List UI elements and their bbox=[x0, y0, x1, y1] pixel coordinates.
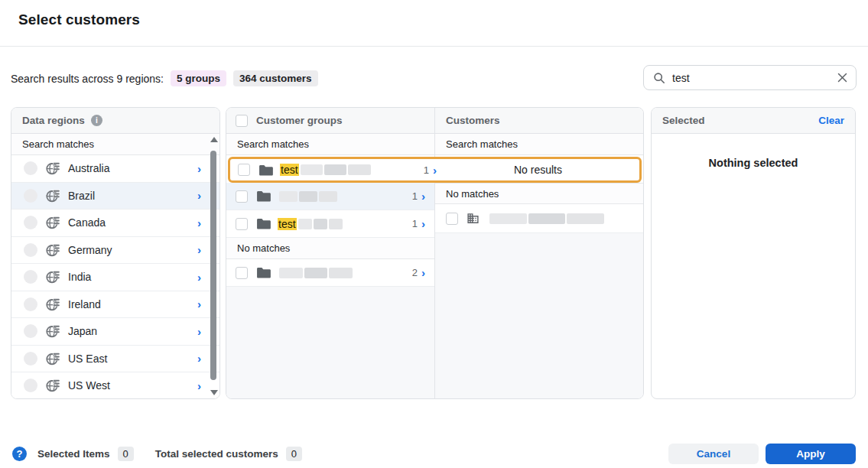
radio-button[interactable] bbox=[24, 243, 37, 257]
group-row[interactable]: test 1 › bbox=[238, 164, 437, 176]
customer-groups-header: Customer groups bbox=[226, 108, 435, 133]
clear-search-icon[interactable] bbox=[837, 72, 848, 83]
region-row[interactable]: Australia› bbox=[11, 155, 219, 183]
page-title: Select customers bbox=[18, 11, 850, 28]
globe-icon bbox=[45, 297, 60, 312]
region-row[interactable]: US East› bbox=[11, 346, 219, 373]
globe-icon bbox=[45, 269, 60, 284]
data-regions-title: Data regions bbox=[22, 115, 85, 126]
region-row[interactable]: Brazil› bbox=[11, 183, 219, 210]
radio-button[interactable] bbox=[24, 216, 37, 229]
groups-customers-panel: Customer groups Customers Search matches… bbox=[226, 107, 644, 399]
apply-button[interactable]: Apply bbox=[766, 444, 856, 464]
customer-row[interactable] bbox=[435, 204, 643, 233]
group-row[interactable]: 2› bbox=[226, 259, 434, 287]
region-name: Australia bbox=[68, 162, 197, 174]
group-checkbox[interactable] bbox=[236, 218, 248, 230]
search-input[interactable] bbox=[672, 72, 837, 84]
focused-result-row[interactable]: test 1 › No results bbox=[228, 157, 642, 183]
radio-button[interactable] bbox=[24, 352, 37, 366]
radio-button[interactable] bbox=[24, 379, 37, 392]
selected-items-count: 0 bbox=[118, 447, 134, 461]
middle-header: Customer groups Customers bbox=[226, 108, 643, 134]
selected-title: Selected bbox=[662, 115, 705, 126]
chevron-right-icon[interactable]: › bbox=[197, 326, 201, 337]
customers-title: Customers bbox=[446, 115, 500, 126]
radio-button[interactable] bbox=[24, 161, 37, 175]
region-row[interactable]: Canada› bbox=[11, 210, 219, 237]
region-list: Australia›Brazil›Canada›Germany›India›Ir… bbox=[11, 155, 219, 399]
group-count: 1 bbox=[412, 218, 418, 229]
redacted-text bbox=[279, 191, 337, 202]
group-checkbox[interactable] bbox=[236, 190, 248, 203]
select-all-groups-checkbox[interactable] bbox=[236, 115, 248, 127]
search-box[interactable] bbox=[643, 65, 857, 90]
selected-header: Selected Clear bbox=[652, 108, 855, 134]
groups-section-label: Search matches bbox=[226, 134, 434, 155]
radio-button[interactable] bbox=[24, 297, 37, 311]
globe-icon bbox=[45, 215, 60, 230]
chevron-right-icon[interactable]: › bbox=[197, 353, 201, 364]
middle-body: Search matches 1›test1› No matches 2› Se… bbox=[226, 134, 643, 399]
group-checkbox[interactable] bbox=[238, 164, 250, 176]
selected-items-label: Selected Items bbox=[37, 448, 110, 460]
nothing-selected-text: Nothing selected bbox=[652, 157, 855, 169]
radio-button[interactable] bbox=[24, 189, 37, 203]
no-results-text: No results bbox=[437, 164, 639, 176]
globe-icon bbox=[45, 242, 60, 258]
chevron-right-icon[interactable]: › bbox=[197, 217, 201, 229]
match-highlight: test bbox=[278, 218, 297, 230]
customers-nomatch-label: No matches bbox=[435, 183, 643, 204]
chevron-right-icon[interactable]: › bbox=[421, 218, 425, 229]
folder-icon bbox=[256, 190, 271, 203]
group-row[interactable]: 1› bbox=[226, 183, 434, 210]
help-icon[interactable]: ? bbox=[12, 447, 27, 461]
total-customers-count: 0 bbox=[286, 447, 302, 461]
chevron-right-icon[interactable]: › bbox=[197, 298, 201, 310]
customer-rows bbox=[435, 204, 643, 233]
scrollbar-thumb[interactable] bbox=[210, 151, 216, 380]
cancel-button[interactable]: Cancel bbox=[668, 444, 759, 464]
region-row[interactable]: US West› bbox=[11, 372, 219, 399]
data-regions-header: Data regions i bbox=[11, 108, 219, 134]
customer-groups-title: Customer groups bbox=[256, 115, 343, 126]
region-row[interactable]: Japan› bbox=[11, 318, 219, 346]
group-row[interactable]: test1› bbox=[226, 210, 434, 238]
region-name: Brazil bbox=[68, 190, 197, 202]
chevron-right-icon[interactable]: › bbox=[197, 271, 201, 283]
redacted-text bbox=[301, 164, 371, 175]
groups-match-rows: 1›test1› bbox=[226, 183, 434, 238]
radio-button[interactable] bbox=[24, 270, 37, 284]
region-row[interactable]: India› bbox=[11, 264, 219, 291]
search-icon bbox=[653, 72, 665, 84]
chevron-right-icon[interactable]: › bbox=[197, 244, 201, 255]
chevron-right-icon[interactable]: › bbox=[197, 380, 201, 392]
chevron-right-icon[interactable]: › bbox=[421, 190, 425, 202]
scroll-up-icon[interactable] bbox=[210, 137, 218, 142]
redacted-text bbox=[279, 268, 353, 278]
toolbar: Search results across 9 regions: 5 group… bbox=[0, 47, 868, 106]
globe-icon bbox=[45, 351, 60, 366]
region-row[interactable]: Germany› bbox=[11, 237, 219, 265]
chevron-right-icon[interactable]: › bbox=[197, 190, 201, 201]
customer-checkbox[interactable] bbox=[446, 213, 458, 225]
clear-button[interactable]: Clear bbox=[818, 115, 844, 126]
summary-text: Search results across 9 regions: bbox=[11, 73, 164, 85]
region-name: Ireland bbox=[68, 298, 197, 310]
info-icon[interactable]: i bbox=[91, 115, 102, 126]
region-name: US West bbox=[68, 379, 197, 392]
redacted-text bbox=[298, 219, 343, 229]
footer: ? Selected Items 0 Total selected custom… bbox=[0, 440, 868, 468]
redacted-text bbox=[489, 213, 604, 224]
region-row[interactable]: Ireland› bbox=[11, 291, 219, 319]
chevron-right-icon[interactable]: › bbox=[197, 163, 201, 174]
radio-button[interactable] bbox=[24, 324, 37, 338]
group-checkbox[interactable] bbox=[236, 267, 248, 279]
folder-icon bbox=[256, 267, 271, 279]
scroll-down-icon[interactable] bbox=[210, 390, 218, 395]
chevron-right-icon[interactable]: › bbox=[421, 267, 425, 278]
customers-header: Customers bbox=[435, 115, 643, 126]
dialog-header: Select customers bbox=[0, 0, 868, 47]
scrollbar[interactable] bbox=[210, 137, 218, 395]
total-customers-label: Total selected customers bbox=[155, 448, 278, 460]
